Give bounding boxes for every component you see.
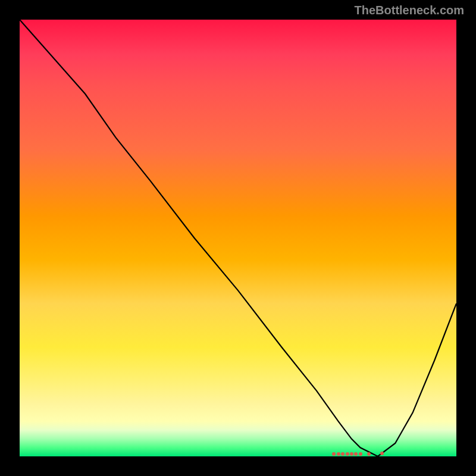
marker-dot bbox=[359, 452, 362, 456]
chart-area bbox=[20, 20, 456, 456]
marker-dot bbox=[354, 452, 358, 456]
marker-dot bbox=[350, 452, 353, 456]
marker-dot bbox=[367, 452, 371, 456]
bottleneck-curve bbox=[20, 20, 456, 456]
marker-dot bbox=[337, 452, 340, 456]
watermark-text: TheBottleneck.com bbox=[355, 4, 464, 17]
marker-dot bbox=[346, 452, 349, 456]
marker-dot bbox=[332, 452, 336, 456]
marker-dot bbox=[341, 452, 345, 456]
marker-dot bbox=[380, 452, 384, 455]
